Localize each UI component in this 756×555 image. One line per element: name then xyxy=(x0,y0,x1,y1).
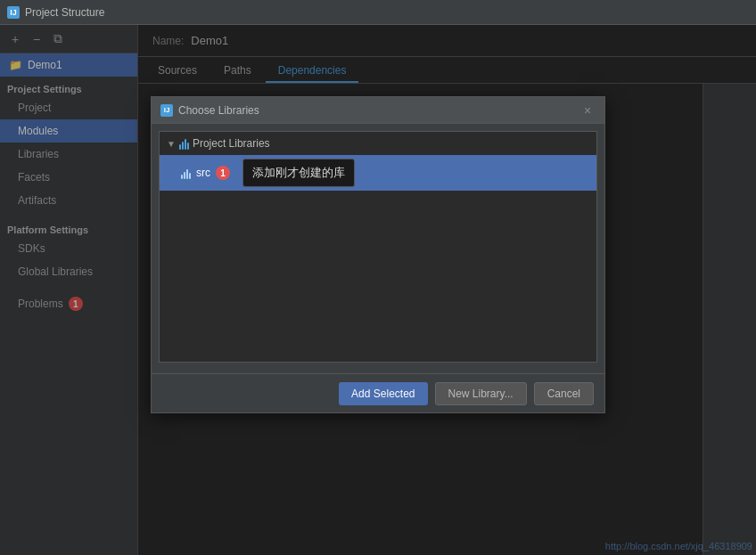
dialog-footer: Add Selected New Library... Cancel xyxy=(152,373,604,412)
library-src-item[interactable]: src 1 添加刚才创建的库 xyxy=(160,155,596,191)
new-library-button[interactable]: New Library... xyxy=(435,382,527,405)
dialog-body: ▼ Project Libraries xyxy=(152,124,604,373)
tooltip: 添加刚才创建的库 xyxy=(242,159,355,187)
src-badge: 1 xyxy=(216,166,230,180)
library-icon xyxy=(179,137,189,150)
app-icon: IJ xyxy=(7,6,20,19)
title-bar: IJ Project Structure xyxy=(0,0,756,25)
library-src-label: src xyxy=(196,167,210,179)
window-title: Project Structure xyxy=(25,6,104,19)
dialog-app-icon: IJ xyxy=(160,104,173,117)
dialog-title-bar: IJ Choose Libraries × xyxy=(152,97,604,124)
project-libraries-header[interactable]: ▼ Project Libraries xyxy=(160,132,596,155)
library-tree: ▼ Project Libraries xyxy=(159,131,597,363)
dialog-overlay: IJ Choose Libraries × ▼ Project xyxy=(0,25,756,555)
cancel-button[interactable]: Cancel xyxy=(534,382,594,405)
src-library-icon xyxy=(181,167,191,179)
dialog-title-text: Choose Libraries xyxy=(178,104,259,117)
tree-arrow-icon: ▼ xyxy=(167,139,176,149)
add-selected-button[interactable]: Add Selected xyxy=(339,382,427,405)
dialog-close-button[interactable]: × xyxy=(579,102,596,118)
choose-libraries-dialog: IJ Choose Libraries × ▼ Project xyxy=(151,96,605,413)
project-libraries-label: Project Libraries xyxy=(193,137,270,150)
dialog-title-content: IJ Choose Libraries xyxy=(160,104,259,117)
